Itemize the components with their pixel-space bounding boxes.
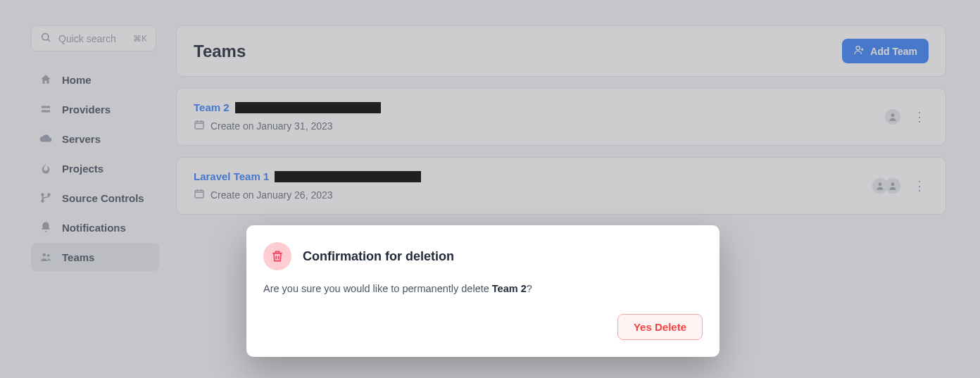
modal-body: Are you sure you would like to permanent… bbox=[263, 283, 703, 294]
modal-title: Confirmation for deletion bbox=[303, 249, 454, 264]
confirm-delete-button[interactable]: Yes Delete bbox=[617, 314, 703, 340]
trash-icon bbox=[263, 242, 291, 270]
delete-confirmation-modal: Confirmation for deletion Are you sure y… bbox=[246, 225, 720, 357]
